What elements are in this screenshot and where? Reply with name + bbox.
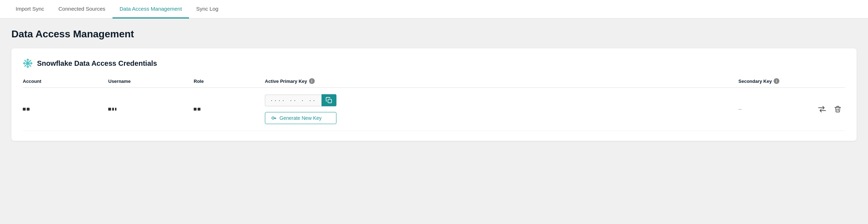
generate-new-key-button[interactable]: Generate New Key: [265, 112, 336, 124]
table-header: Account Username Role Active Primary Key…: [23, 78, 845, 88]
role-masked: [194, 108, 200, 111]
credentials-card: Snowflake Data Access Credentials Accoun…: [11, 48, 857, 141]
secondary-key-value: --: [738, 106, 742, 112]
account-masked: [23, 108, 30, 111]
col-header-primary-key: Active Primary Key i: [265, 78, 738, 84]
secondary-key-info-icon[interactable]: i: [774, 78, 779, 84]
copy-key-button[interactable]: [321, 94, 336, 106]
col-header-secondary-key: Secondary Key i: [738, 78, 817, 84]
dot: [115, 108, 116, 111]
svg-rect-12: [328, 99, 331, 103]
transfer-key-button[interactable]: [817, 105, 827, 114]
credentials-table: Account Username Role Active Primary Key…: [23, 78, 845, 131]
tab-import-sync[interactable]: Import Sync: [9, 0, 51, 18]
page-content: Data Access Management: [0, 18, 868, 151]
copy-icon: [326, 97, 332, 103]
trash-icon: [835, 106, 841, 113]
key-icon: [271, 115, 277, 121]
key-field: ···· ·· · ··: [265, 94, 336, 106]
dot: [27, 108, 30, 111]
tab-sync-log[interactable]: Sync Log: [189, 0, 226, 18]
snowflake-icon: [23, 58, 33, 68]
username-masked: [108, 108, 116, 111]
page-title: Data Access Management: [11, 28, 857, 40]
dot: [23, 108, 26, 111]
col-header-role: Role: [194, 78, 265, 84]
delete-button[interactable]: [833, 104, 842, 114]
dot: [198, 108, 200, 111]
col-header-account: Account: [23, 78, 108, 84]
primary-key-cell: ···· ·· · ··: [265, 94, 738, 124]
secondary-key-cell: --: [738, 106, 817, 112]
primary-key-info-icon[interactable]: i: [309, 78, 315, 84]
dot: [112, 108, 114, 111]
col-header-actions: [817, 78, 845, 84]
key-display: ···· ·· · ··: [265, 95, 321, 106]
account-cell: [23, 108, 108, 111]
role-cell: [194, 108, 265, 111]
dot: [194, 108, 197, 111]
dot: [108, 108, 111, 111]
tab-data-access-management[interactable]: Data Access Management: [113, 0, 189, 18]
username-cell: [108, 108, 194, 111]
col-header-username: Username: [108, 78, 194, 84]
actions-cell: [817, 104, 845, 114]
transfer-icon: [818, 106, 826, 112]
table-row: ···· ·· · ··: [23, 88, 845, 131]
tab-bar: Import Sync Connected Sources Data Acces…: [0, 0, 868, 18]
key-actions-col: ···· ·· · ··: [265, 94, 336, 124]
card-title: Snowflake Data Access Credentials: [37, 59, 157, 68]
tab-connected-sources[interactable]: Connected Sources: [51, 0, 113, 18]
action-icons: [817, 104, 842, 114]
card-header: Snowflake Data Access Credentials: [23, 58, 845, 68]
